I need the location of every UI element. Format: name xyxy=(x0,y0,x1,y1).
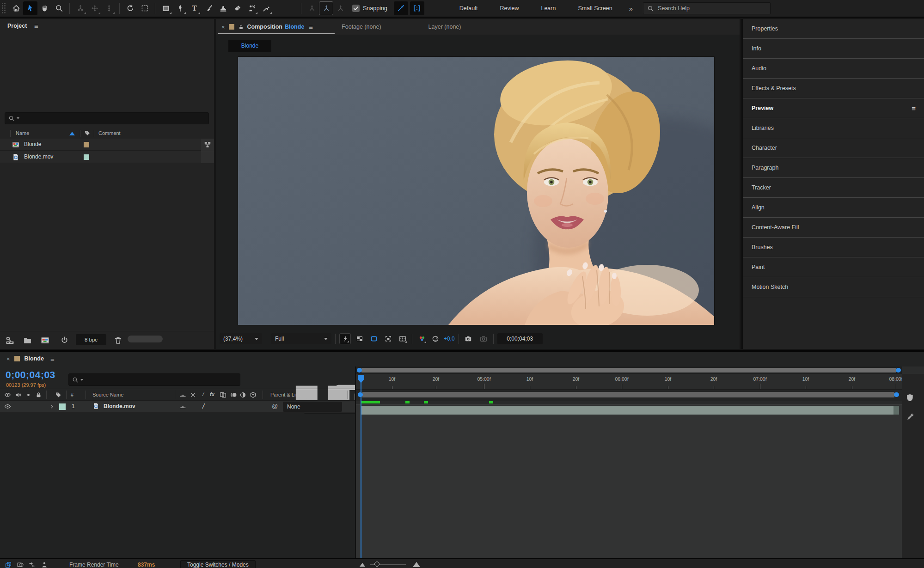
composition-mini-tab[interactable]: Blonde xyxy=(228,40,271,52)
label-color-chip[interactable] xyxy=(84,154,89,160)
parent-dropdown[interactable]: None xyxy=(283,402,342,412)
workspace-tab[interactable]: Default xyxy=(448,0,489,17)
new-composition-icon[interactable] xyxy=(41,336,49,345)
sidebar-item-preview[interactable]: Preview≡ xyxy=(743,98,924,118)
selection-tool-button[interactable] xyxy=(23,1,37,15)
puppet-pin-tool-button[interactable] xyxy=(259,1,273,15)
column-comment[interactable]: Comment xyxy=(98,130,121,136)
take-snapshot-button[interactable] xyxy=(463,333,474,344)
label-column-tag-icon[interactable] xyxy=(84,130,91,136)
workspace-tab[interactable]: Small Screen xyxy=(567,0,623,17)
mini-flowchart-icon[interactable] xyxy=(253,376,263,386)
time-ruler[interactable]: 10f20f05:00f10f20f06:00f10f20f07:00f10f2… xyxy=(356,374,924,390)
project-item-row[interactable]: Blonde xyxy=(0,139,214,151)
tab-footage[interactable]: Footage (none) xyxy=(342,24,381,30)
render-time-pane-icon[interactable] xyxy=(41,561,48,568)
shy-toggle-icon[interactable] xyxy=(275,376,285,386)
sidebar-item-tracker[interactable]: Tracker xyxy=(743,178,924,198)
clone-stamp-tool-button[interactable] xyxy=(216,1,230,15)
sidebar-item-paint[interactable]: Paint xyxy=(743,257,924,277)
magnification-dropdown[interactable]: (37,4%) xyxy=(220,333,262,344)
shy-switch-icon[interactable] xyxy=(179,391,186,398)
safe-margins-button[interactable] xyxy=(397,333,408,344)
label-column-tag-icon[interactable] xyxy=(55,391,62,398)
tab-layer[interactable]: Layer (none) xyxy=(428,24,461,30)
sidebar-item-effects-presets[interactable]: Effects & Presets xyxy=(743,79,924,98)
local-axis-mode-button[interactable] xyxy=(305,1,319,15)
lock-column-icon[interactable] xyxy=(35,391,42,398)
viewer-menu-icon[interactable]: ≡ xyxy=(309,23,313,31)
column-name[interactable]: Name xyxy=(16,130,29,136)
sidebar-item-paragraph[interactable]: Paragraph xyxy=(743,158,924,178)
project-panel-menu-icon[interactable]: ≡ xyxy=(34,22,38,30)
layer-out-point[interactable] xyxy=(893,406,899,415)
close-icon[interactable]: × xyxy=(6,355,10,362)
layer-duration-bar[interactable] xyxy=(361,406,899,415)
type-tool-button[interactable]: T xyxy=(187,1,202,15)
workspace-tab[interactable]: Review xyxy=(489,0,530,17)
shape-tool-button[interactable] xyxy=(159,1,173,15)
current-time-display[interactable]: 0;00;04;03 xyxy=(6,369,55,380)
sidebar-item-motion-sketch[interactable]: Motion Sketch xyxy=(743,277,924,297)
fx-switch-icon[interactable]: fx xyxy=(210,391,214,397)
timeline-menu-icon[interactable]: ≡ xyxy=(50,355,55,363)
render-engine-toggle-icon[interactable] xyxy=(60,336,69,345)
label-color-chip[interactable] xyxy=(84,142,89,147)
brush-tool-button[interactable] xyxy=(202,1,216,15)
work-area-bar[interactable] xyxy=(356,390,902,401)
help-search-input[interactable] xyxy=(658,5,759,12)
project-panel-title[interactable]: Project xyxy=(7,23,27,29)
graph-pen-icon[interactable] xyxy=(906,413,914,421)
region-of-interest-button[interactable] xyxy=(382,333,394,344)
unlock-icon[interactable] xyxy=(238,24,244,30)
zoom-in-mountain-icon[interactable] xyxy=(413,562,420,567)
motion-blur-toggle-icon[interactable] xyxy=(312,376,323,386)
layer-visibility-eye-icon[interactable] xyxy=(4,403,11,410)
timeline-tab[interactable]: × Blonde ≡ xyxy=(0,352,55,366)
zoom-tool-button[interactable] xyxy=(52,1,66,15)
snapping-checkbox[interactable] xyxy=(352,5,360,12)
pen-tool-button[interactable] xyxy=(173,1,187,15)
channel-button[interactable] xyxy=(416,333,428,344)
transparency-grid-button[interactable] xyxy=(354,333,365,344)
project-search-input[interactable] xyxy=(19,115,208,122)
show-snapshot-button[interactable] xyxy=(478,333,490,344)
help-search-box[interactable] xyxy=(643,2,771,14)
toolbar-grip[interactable] xyxy=(1,2,6,14)
project-item-row[interactable]: Blonde.mov xyxy=(0,151,214,163)
layer-row[interactable]: 1 Blonde.mov / @ None xyxy=(0,401,355,413)
graph-editor-icon[interactable] xyxy=(334,376,344,386)
adjustment-layer-switch-icon[interactable] xyxy=(239,391,246,398)
dolly-camera-tool-button[interactable] xyxy=(102,1,116,15)
world-axis-mode-button[interactable] xyxy=(319,1,333,15)
view-axis-mode-button[interactable] xyxy=(333,1,348,15)
project-search-box[interactable] xyxy=(5,112,209,124)
sort-ascending-icon[interactable] xyxy=(69,132,75,135)
solo-column-icon[interactable] xyxy=(25,391,32,398)
bit-depth-button[interactable]: 8 bpc xyxy=(76,334,106,345)
composition-image[interactable] xyxy=(238,57,714,325)
layer-switches-pane-icon[interactable] xyxy=(5,561,12,568)
roto-brush-tool-button[interactable] xyxy=(245,1,259,15)
fast-previews-button[interactable] xyxy=(339,333,351,344)
timeline-zoom-knob[interactable] xyxy=(374,562,379,567)
close-icon[interactable]: × xyxy=(221,24,225,31)
zoom-out-mountain-icon[interactable] xyxy=(360,563,365,567)
tab-composition[interactable]: Composition xyxy=(247,24,282,30)
trash-icon[interactable] xyxy=(114,336,122,345)
viewer-timecode[interactable]: 0;00;04;03 xyxy=(497,333,543,344)
panel-menu-icon[interactable]: ≡ xyxy=(912,104,916,112)
timeline-horizontal-scrollbar[interactable] xyxy=(356,366,902,374)
mini-flowchart-icon[interactable] xyxy=(204,141,211,148)
resolution-dropdown[interactable]: Full xyxy=(271,333,331,344)
new-folder-icon[interactable] xyxy=(23,336,32,345)
sidebar-item-character[interactable]: Character xyxy=(743,138,924,158)
collapse-transformations-icon[interactable] xyxy=(190,391,196,398)
pan-camera-tool-button[interactable] xyxy=(87,1,102,15)
project-item-name[interactable]: Blonde.mov xyxy=(24,153,53,160)
hand-tool-button[interactable] xyxy=(37,1,52,15)
work-area-end-handle[interactable] xyxy=(894,392,899,397)
eraser-tool-button[interactable] xyxy=(230,1,245,15)
column-source-name[interactable]: Source Name xyxy=(92,392,123,397)
column-parent-link[interactable]: Parent & Link xyxy=(270,392,301,397)
